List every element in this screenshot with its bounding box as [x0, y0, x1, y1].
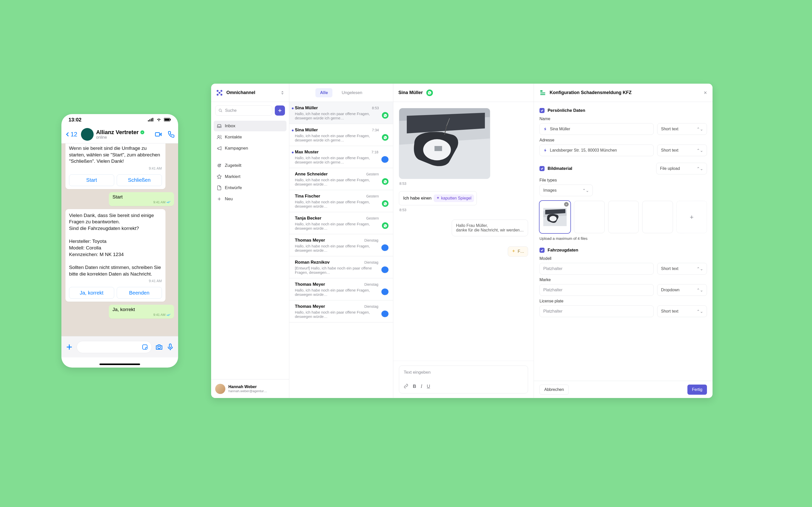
new-conversation-button[interactable] [275, 105, 285, 116]
plus-icon [217, 196, 222, 202]
quick-reply-start[interactable]: Start [69, 174, 114, 186]
compose-input[interactable]: Text eingeben B I U [399, 365, 528, 393]
input-model[interactable]: Platzhalter [540, 263, 654, 275]
select-type-brand[interactable]: Dropdown⌃⌄ [657, 284, 707, 296]
section-personal: Persönliche Daten [540, 108, 707, 113]
nav-drafts[interactable]: Entwürfe [214, 182, 287, 193]
conv-date: Dienstag [364, 238, 378, 242]
message-time: 8:53 [399, 208, 527, 212]
conv-name: Tina Fischer [295, 194, 320, 199]
quick-reply-close[interactable]: Schließen [117, 174, 162, 186]
thumbnail-3-empty[interactable] [608, 201, 639, 233]
remove-thumb-icon[interactable]: × [564, 202, 569, 207]
conversation-item[interactable]: Tanja BeckerGesternHallo, ich habe noch … [289, 212, 393, 234]
conversation-item[interactable]: Anne SchneiderGesternHallo, ich habe noc… [289, 168, 393, 190]
input-plate[interactable]: Platzhalter [540, 305, 654, 317]
conversation-item[interactable]: Max Muster7:18Hallo, ich habe noch ein p… [289, 146, 393, 168]
cancel-button[interactable]: Abbrechen [540, 385, 569, 395]
entity-chip[interactable]: kaputten Spiegel [434, 194, 474, 202]
svg-point-11 [217, 90, 219, 92]
read-check-icon [166, 313, 170, 316]
conv-preview: Hallo, ich habe noch ein paar offene Fra… [295, 288, 378, 297]
underline-button[interactable]: U [427, 384, 430, 389]
thread-pane: Sina Müller [393, 83, 534, 398]
inbox-icon [217, 123, 222, 128]
nav-inbox[interactable]: Inbox [214, 121, 287, 131]
checkbox-vehicle[interactable] [540, 248, 545, 253]
workspace-name: Omnichannel [226, 90, 277, 95]
search-input[interactable]: Suche [215, 105, 272, 116]
bold-button[interactable]: B [413, 384, 416, 389]
conversation-item[interactable]: Tina FischerGesternHallo, ich habe noch … [289, 190, 393, 212]
conversation-scroll[interactable]: Sina Müller8:53Hallo, ich habe noch ein … [289, 102, 393, 398]
select-type-model[interactable]: Short text⌃⌄ [657, 263, 707, 275]
done-button[interactable]: Fertig [688, 385, 707, 395]
message-text: Ich habe einen [403, 196, 432, 201]
conversation-item[interactable]: Roman ReznikovDienstag[Entwurf] Hallo, i… [289, 256, 393, 278]
nav-assigned[interactable]: Zugeteilt [214, 160, 287, 171]
italic-button[interactable]: I [421, 384, 422, 389]
message-text: Start [112, 194, 170, 200]
select-type-address[interactable]: Short text⌃⌄ [657, 145, 707, 156]
thumbnail-2-empty[interactable] [574, 201, 604, 233]
select-filetypes[interactable]: Images⌃⌄ [540, 184, 593, 196]
checkbox-bildmaterial[interactable] [540, 166, 545, 171]
conversation-item[interactable]: Sina Müller7:34Hallo, ich habe noch ein … [289, 124, 393, 146]
attach-plus-icon[interactable] [65, 343, 73, 351]
conversation-item[interactable]: Thomas MeyerDienstagHallo, ich habe noch… [289, 234, 393, 256]
mic-icon[interactable] [166, 343, 174, 351]
trigger-flow-button[interactable]: F… [508, 246, 528, 257]
contact-avatar[interactable] [81, 128, 94, 141]
whatsapp-chat[interactable]: Wenn sie bereit sind die Umfrage zu star… [61, 144, 178, 336]
conversation-item[interactable]: Thomas MeyerDienstagHallo, ich habe noch… [289, 278, 393, 300]
attached-image[interactable] [399, 108, 490, 179]
tab-unread[interactable]: Ungelesen [337, 88, 367, 97]
star-icon [217, 174, 222, 179]
current-user[interactable]: Hannah Weber hannah.weber@agentur… [211, 379, 289, 398]
conv-date: 7:34 [372, 128, 379, 132]
select-upload-type[interactable]: File upload⌃⌄ [656, 163, 707, 174]
quick-reply-end[interactable]: Beenden [117, 287, 162, 299]
label-plate: License plate [540, 299, 707, 303]
user-avatar [215, 384, 225, 394]
workspace-switcher[interactable]: Omnichannel [211, 83, 289, 102]
camera-icon[interactable] [155, 343, 163, 351]
section-vehicle: Fahrzeugdaten [540, 248, 707, 253]
sticker-icon[interactable] [142, 344, 148, 350]
input-address[interactable]: Landsberger Str. 15, 80003 München [540, 145, 654, 156]
nav-new[interactable]: Neu [214, 194, 287, 204]
input-name[interactable]: Sina Müller [540, 123, 654, 135]
checkbox-personal[interactable] [540, 108, 545, 113]
back-button[interactable]: 12 [65, 131, 78, 138]
thumbnail-1[interactable]: × [540, 201, 570, 233]
channel-icon [382, 288, 389, 295]
close-button[interactable]: × [704, 90, 707, 96]
form-logo-icon [540, 90, 546, 96]
nav-marked[interactable]: Markiert [214, 171, 287, 182]
tab-all[interactable]: Alle [315, 88, 333, 97]
nav-campaigns[interactable]: Kampagnen [214, 143, 287, 154]
contact-title[interactable]: Allianz Vertreter online [96, 129, 152, 140]
select-type-plate[interactable]: Short text⌃⌄ [657, 305, 707, 317]
conv-name: Tanja Becker [295, 216, 321, 221]
composer-input[interactable] [77, 341, 152, 353]
thumbnail-4-empty[interactable] [642, 201, 673, 233]
voice-call-icon[interactable] [167, 131, 174, 138]
video-call-icon[interactable] [155, 131, 162, 138]
svg-point-15 [218, 92, 220, 94]
conv-date: Gestern [366, 194, 379, 198]
omnichannel-app: Omnichannel Suche Inbox Kontakte Kampagn… [211, 83, 713, 398]
panel-body[interactable]: Persönliche Daten Name Sina Müller Short… [534, 102, 713, 381]
thread-scroll[interactable]: 8:53 Ich habe einen kaputten Spiegel 8:5… [393, 102, 534, 361]
input-brand[interactable]: Platzhalter [540, 284, 654, 296]
message-time: 9:41 AM [153, 313, 165, 317]
conversation-item[interactable]: Sina Müller8:53Hallo, ich habe noch ein … [289, 102, 393, 124]
nav-contacts[interactable]: Kontakte [214, 132, 287, 143]
select-type-name[interactable]: Short text⌃⌄ [657, 123, 707, 135]
phone-clock: 13:02 [68, 117, 82, 123]
conversation-item[interactable]: Thomas MeyerDienstagHallo, ich habe noch… [289, 300, 393, 323]
quick-reply-yes[interactable]: Ja, korrekt [69, 287, 114, 299]
link-icon[interactable] [404, 384, 408, 388]
conv-date: Dienstag [364, 304, 378, 308]
add-thumbnail-button[interactable]: + [676, 201, 707, 233]
